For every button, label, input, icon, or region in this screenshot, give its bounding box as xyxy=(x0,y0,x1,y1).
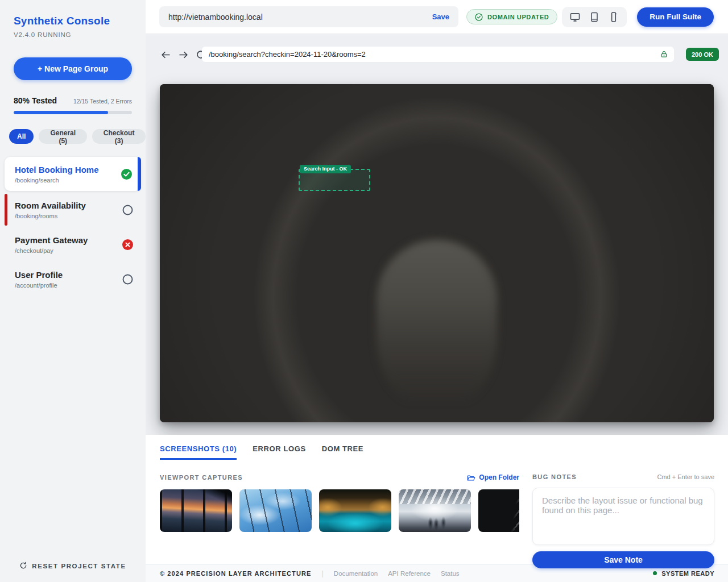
footer-links: Documentation API Reference Status xyxy=(334,570,460,577)
address-input[interactable] xyxy=(209,50,660,59)
base-url-field[interactable]: Save xyxy=(159,6,458,27)
page-path: /booking/rooms xyxy=(15,213,122,219)
bug-notes-hint: Cmd + Enter to save xyxy=(657,473,714,480)
page-path: /booking/search xyxy=(15,177,121,184)
filter-chips: All General (5) Checkout (3) xyxy=(9,129,146,144)
page-title: Room Availability xyxy=(15,201,122,210)
page-item-payment-gateway[interactable]: Payment Gateway /checkout/pay xyxy=(0,231,146,258)
domain-updated-badge: DOMAIN UPDATED xyxy=(466,9,557,24)
page-list: Hotel Booking Home /booking/search Room … xyxy=(0,157,146,293)
sidebar: Synthetix Console V2.4.0 RUNNING + New P… xyxy=(0,0,146,582)
status-dot-icon xyxy=(653,571,657,575)
status-error-icon xyxy=(122,239,133,250)
page-path: /account/profile xyxy=(15,282,122,289)
status-pending-icon xyxy=(122,205,133,215)
rendered-page-arch-shape xyxy=(377,240,497,410)
test-highlight-box: Search Input - OK xyxy=(299,169,370,191)
reset-project-button[interactable]: RESET PROJECT STATE xyxy=(0,562,146,571)
bug-notes-textarea[interactable] xyxy=(532,488,714,545)
page-item-user-profile[interactable]: User Profile /account/profile xyxy=(0,265,146,293)
progress-detail: 12/15 Tested, 2 Errors xyxy=(73,98,132,105)
test-highlight-label: Search Input - OK xyxy=(300,165,351,173)
folder-icon xyxy=(467,474,475,481)
back-icon[interactable] xyxy=(159,48,172,61)
footer-link-documentation[interactable]: Documentation xyxy=(334,570,378,577)
page-title: User Profile xyxy=(15,270,122,280)
domain-badge-label: DOMAIN UPDATED xyxy=(487,14,549,20)
device-preview-switcher xyxy=(562,7,627,27)
thumbnail-terminal-blur[interactable] xyxy=(399,489,471,532)
brand: Synthetix Console V2.4.0 RUNNING xyxy=(0,0,146,38)
page-item-hotel-booking-home[interactable]: Hotel Booking Home /booking/search xyxy=(5,157,141,191)
check-circle-icon xyxy=(475,13,483,21)
system-status: SYSTEM READY xyxy=(653,570,714,577)
footer-link-api-reference[interactable]: API Reference xyxy=(388,570,431,577)
page-path: /checkout/pay xyxy=(15,247,122,254)
thumbnail-dark-light-streaks[interactable] xyxy=(478,489,519,532)
page-title: Payment Gateway xyxy=(15,235,122,245)
address-bar[interactable] xyxy=(202,47,674,62)
captures-title: VIEWPORT CAPTURES xyxy=(160,474,243,481)
bug-notes-title: BUG NOTES xyxy=(532,473,577,480)
desktop-icon[interactable] xyxy=(569,11,581,23)
status-pending-icon xyxy=(122,274,133,285)
progress-bar-fill xyxy=(14,111,108,114)
save-note-button[interactable]: Save Note xyxy=(532,551,714,568)
browser-nav-buttons xyxy=(159,48,207,61)
main-area: Save DOMAIN UPDATED xyxy=(146,0,728,582)
viewport-captures-section: VIEWPORT CAPTURES Open Folder xyxy=(160,473,519,532)
system-status-label: SYSTEM READY xyxy=(661,570,714,577)
copyright-text: © 2024 PRECISION LAYER ARCHITECTURE xyxy=(160,570,311,577)
screenshot-thumbnails xyxy=(160,489,519,532)
app-root: Synthetix Console V2.4.0 RUNNING + New P… xyxy=(0,0,728,582)
new-page-group-button[interactable]: + New Page Group xyxy=(14,57,132,80)
reset-label: RESET PROJECT STATE xyxy=(32,563,126,569)
results-tabs: SCREENSHOTS (10) ERROR LOGS DOM TREE xyxy=(146,435,728,460)
tab-screenshots[interactable]: SCREENSHOTS (10) xyxy=(160,444,237,460)
forward-icon[interactable] xyxy=(177,48,189,61)
page-viewport[interactable]: Search Input - OK xyxy=(160,84,714,422)
lock-icon xyxy=(660,50,668,59)
base-url-input[interactable] xyxy=(168,13,432,22)
thumbnail-resort-pool-night[interactable] xyxy=(319,489,391,532)
app-version: V2.4.0 RUNNING xyxy=(14,31,132,38)
status-passed-icon xyxy=(121,169,132,180)
footer-link-status[interactable]: Status xyxy=(441,570,460,577)
reset-icon xyxy=(19,562,27,571)
filter-chip-all[interactable]: All xyxy=(9,129,34,144)
open-folder-button[interactable]: Open Folder xyxy=(467,473,519,481)
run-full-suite-button[interactable]: Run Full Suite xyxy=(637,7,714,27)
progress-header: 80% Tested 12/15 Tested, 2 Errors xyxy=(14,96,132,105)
tablet-icon[interactable] xyxy=(589,11,600,23)
http-status-badge: 200 OK xyxy=(686,48,719,61)
app-title: Synthetix Console xyxy=(14,15,132,27)
progress-bar xyxy=(14,111,132,114)
save-url-button[interactable]: Save xyxy=(432,13,449,21)
thumbnail-city-skyline-sunset[interactable] xyxy=(160,489,232,532)
active-indicator-bar xyxy=(138,157,141,191)
filter-chip-general[interactable]: General (5) xyxy=(39,129,87,144)
bug-notes-section: BUG NOTES Cmd + Enter to save Save Note xyxy=(532,473,714,568)
footer-divider: | xyxy=(321,569,323,577)
tab-dom-tree[interactable]: DOM TREE xyxy=(322,444,363,460)
progress-label: 80% Tested xyxy=(14,96,57,105)
filter-chip-checkout[interactable]: Checkout (3) xyxy=(92,129,146,144)
thumbnail-glass-facade-sky[interactable] xyxy=(239,489,312,532)
mobile-icon[interactable] xyxy=(608,11,619,23)
results-panel: SCREENSHOTS (10) ERROR LOGS DOM TREE VIE… xyxy=(146,435,728,564)
page-item-room-availability[interactable]: Room Availability /booking/rooms xyxy=(0,196,146,223)
top-toolbar: Save DOMAIN UPDATED xyxy=(146,0,728,34)
tab-error-logs[interactable]: ERROR LOGS xyxy=(253,444,305,460)
page-title: Hotel Booking Home xyxy=(15,165,121,174)
browser-chrome: 200 OK Search Input - OK xyxy=(146,34,728,435)
